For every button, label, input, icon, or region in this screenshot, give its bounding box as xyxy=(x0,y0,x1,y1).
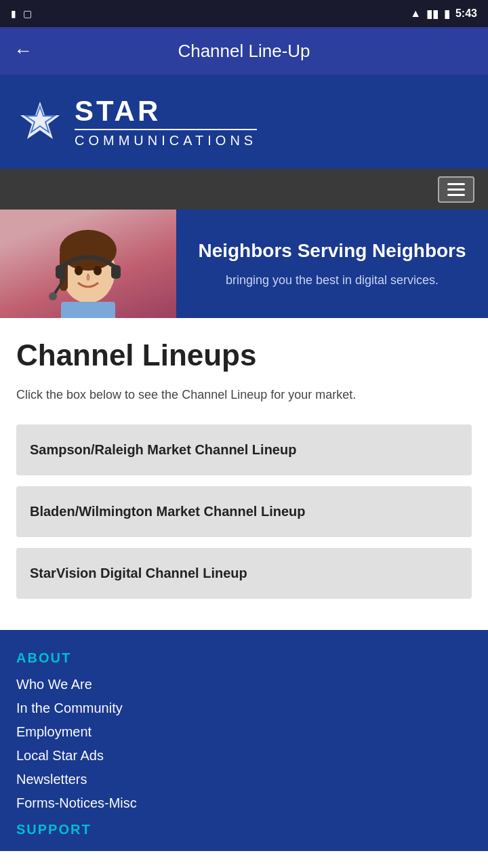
footer-link-who-we-are[interactable]: Who We Are xyxy=(16,677,472,692)
logo-text: STAR COMMUNICATIONS xyxy=(75,95,257,149)
footer-link-in-the-community[interactable]: In the Community xyxy=(16,701,472,716)
hero-image xyxy=(0,210,176,318)
support-section-label: SUPPORT xyxy=(16,822,472,837)
hero-subtitle: bringing you the best in digital service… xyxy=(226,272,439,289)
content-area: Channel Lineups Click the box below to s… xyxy=(0,318,488,630)
about-section-label: ABOUT xyxy=(16,650,472,666)
person-illustration xyxy=(14,210,163,318)
svg-rect-9 xyxy=(61,302,115,318)
hamburger-line-2 xyxy=(447,189,465,191)
svg-point-8 xyxy=(49,292,57,300)
status-bar-right: ▲ ▮▮ ▮ 5:43 xyxy=(410,7,477,20)
section-title: Channel Lineups xyxy=(16,338,472,372)
wifi-icon: ▲ xyxy=(410,7,421,20)
bladen-wilmington-lineup-button[interactable]: Bladen/Wilmington Market Channel Lineup xyxy=(16,486,472,537)
svg-rect-6 xyxy=(56,265,65,279)
app-bar: ← Channel Line-Up xyxy=(0,27,488,75)
hero-title: Neighbors Serving Neighbors xyxy=(198,239,466,263)
hero-text-area: Neighbors Serving Neighbors bringing you… xyxy=(176,210,488,318)
hamburger-line-1 xyxy=(447,183,465,185)
nav-bar xyxy=(0,169,488,210)
starvision-lineup-button[interactable]: StarVision Digital Channel Lineup xyxy=(16,548,472,599)
svg-point-11 xyxy=(94,266,102,275)
back-button[interactable]: ← xyxy=(14,40,33,62)
sim-icon: ▮ xyxy=(11,8,16,19)
battery-icon: ▮ xyxy=(444,7,450,20)
hero-banner: Neighbors Serving Neighbors bringing you… xyxy=(0,210,488,318)
svg-rect-7 xyxy=(111,265,121,279)
section-description: Click the box below to see the Channel L… xyxy=(16,386,472,404)
gallery-icon: ▢ xyxy=(23,8,32,19)
hero-person-bg xyxy=(0,210,176,318)
sampson-raleigh-lineup-button[interactable]: Sampson/Raleigh Market Channel Lineup xyxy=(16,425,472,475)
footer-link-forms-notices-misc[interactable]: Forms-Notices-Misc xyxy=(16,795,472,811)
logo-area: STAR COMMUNICATIONS xyxy=(0,75,488,169)
footer-link-newsletters[interactable]: Newsletters xyxy=(16,772,472,787)
signal-icon: ▮▮ xyxy=(426,7,439,20)
footer-link-local-star-ads[interactable]: Local Star Ads xyxy=(16,748,472,764)
status-bar: ▮ ▢ ▲ ▮▮ ▮ 5:43 xyxy=(0,0,488,27)
logo-tagline: COMMUNICATIONS xyxy=(75,129,257,149)
svg-point-10 xyxy=(75,266,83,275)
footer-link-employment[interactable]: Employment xyxy=(16,724,472,740)
footer-nav: ABOUT Who We Are In the Community Employ… xyxy=(0,630,488,851)
logo-company-name: STAR xyxy=(75,95,257,127)
clock: 5:43 xyxy=(455,7,477,20)
hamburger-line-3 xyxy=(447,194,465,196)
star-logo-icon xyxy=(16,98,64,146)
status-bar-left: ▮ ▢ xyxy=(11,8,32,19)
app-bar-title: Channel Line-Up xyxy=(46,41,442,62)
hamburger-button[interactable] xyxy=(438,176,474,203)
